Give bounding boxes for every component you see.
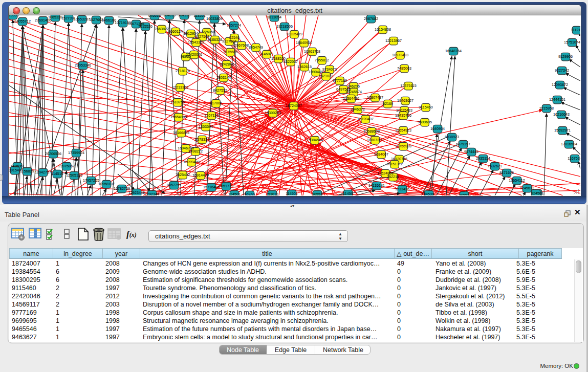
svg-text:9146821: 9146821: [259, 52, 274, 56]
svg-text:15751074: 15751074: [564, 40, 580, 45]
svg-text:16151312: 16151312: [386, 162, 403, 166]
svg-text:9242848: 9242848: [220, 62, 234, 67]
svg-text:1065328: 1065328: [48, 15, 62, 19]
svg-text:16120746: 16120746: [391, 157, 407, 161]
svg-text:9115460: 9115460: [419, 105, 432, 110]
svg-text:9474444: 9474444: [464, 149, 478, 154]
svg-text:10654112: 10654112: [509, 178, 525, 183]
svg-text:12226058: 12226058: [199, 30, 215, 34]
svg-text:9129906: 9129906: [558, 54, 573, 59]
svg-text:9734073: 9734073: [322, 67, 337, 72]
svg-text:16782759: 16782759: [114, 186, 130, 191]
svg-text:924501: 924501: [531, 191, 543, 195]
svg-text:12505135: 12505135: [66, 173, 82, 178]
svg-text:10973493: 10973493: [392, 53, 408, 57]
svg-text:6466160: 6466160: [102, 18, 116, 23]
svg-text:8578334: 8578334: [195, 137, 209, 142]
svg-text:964616: 964616: [163, 15, 176, 17]
svg-text:2718176: 2718176: [176, 69, 190, 73]
svg-text:8660124: 8660124: [168, 29, 183, 34]
svg-text:13435756: 13435756: [395, 113, 411, 118]
svg-text:9227342: 9227342: [555, 68, 569, 73]
svg-text:9684067: 9684067: [374, 152, 388, 157]
svg-text:1167534: 1167534: [568, 156, 580, 161]
svg-text:7485063: 7485063: [397, 66, 411, 71]
svg-text:2087682: 2087682: [364, 16, 378, 21]
svg-text:62160: 62160: [383, 101, 393, 106]
svg-text:1353594: 1353594: [199, 124, 213, 129]
svg-text:19654923: 19654923: [395, 128, 411, 133]
svg-text:11450: 11450: [343, 191, 353, 195]
svg-text:7663822: 7663822: [155, 27, 169, 31]
svg-text:9327502: 9327502: [195, 34, 209, 39]
svg-text:98965: 98965: [181, 54, 191, 59]
svg-text:18724007: 18724007: [286, 103, 302, 108]
svg-text:19654985: 19654985: [170, 115, 187, 119]
svg-text:2803144: 2803144: [216, 75, 231, 80]
svg-text:12923446: 12923446: [128, 190, 145, 195]
svg-text:7357274: 7357274: [227, 23, 241, 28]
svg-text:18245574: 18245574: [345, 90, 362, 94]
svg-text:15692971: 15692971: [554, 128, 571, 133]
svg-text:18640910: 18640910: [296, 40, 312, 45]
svg-text:3215958: 3215958: [539, 106, 554, 111]
svg-text:119055: 119055: [9, 15, 19, 17]
svg-text:1733426: 1733426: [395, 187, 409, 191]
svg-text:16033809: 16033809: [206, 16, 223, 21]
svg-text:16543362: 16543362: [188, 40, 204, 45]
svg-text:252214: 252214: [387, 174, 399, 179]
svg-text:16648764: 16648764: [445, 49, 462, 53]
svg-text:12325419: 12325419: [286, 32, 302, 36]
svg-text:9851779: 9851779: [219, 184, 233, 188]
svg-text:1292344: 1292344: [145, 192, 159, 195]
svg-text:15720407: 15720407: [357, 117, 374, 121]
svg-text:7625402: 7625402: [176, 172, 190, 177]
svg-text:8186328: 8186328: [208, 37, 222, 42]
svg-text:16099489: 16099489: [183, 160, 200, 164]
svg-text:10807487: 10807487: [367, 95, 383, 100]
svg-text:12213967: 12213967: [385, 38, 402, 43]
svg-text:21364436: 21364436: [343, 96, 359, 101]
svg-text:10958107: 10958107: [98, 182, 115, 186]
svg-text:17016504: 17016504: [561, 142, 577, 146]
svg-text:3267110: 3267110: [204, 113, 218, 118]
svg-text:84530: 84530: [424, 192, 434, 195]
svg-text:12942737: 12942737: [35, 170, 51, 174]
svg-text:19166825: 19166825: [173, 130, 189, 135]
svg-text:10025433: 10025433: [396, 108, 412, 113]
svg-text:417006: 417006: [210, 101, 222, 105]
svg-text:10688609: 10688609: [363, 129, 380, 134]
svg-text:23975867: 23975867: [58, 164, 75, 168]
svg-text:19218506: 19218506: [276, 24, 293, 29]
svg-text:104190: 104190: [178, 15, 190, 17]
svg-text:114501: 114501: [286, 191, 297, 195]
svg-text:7955812: 7955812: [315, 58, 329, 62]
svg-text:8427552: 8427552: [213, 88, 227, 93]
svg-text:1640954: 1640954: [430, 126, 445, 131]
svg-text:15716485: 15716485: [203, 185, 220, 189]
svg-text:12444151: 12444151: [549, 97, 565, 102]
svg-text:12375115: 12375115: [400, 83, 416, 88]
svg-text:124501: 124501: [228, 192, 241, 195]
svg-text:2935114: 2935114: [476, 156, 490, 161]
svg-text:153012: 153012: [266, 192, 278, 195]
svg-text:17957255: 17957255: [83, 178, 99, 183]
svg-text:1527602: 1527602: [89, 17, 103, 22]
svg-text:9857791: 9857791: [167, 183, 181, 187]
svg-text:1621022: 1621022: [319, 74, 333, 78]
svg-text:114519: 114519: [51, 171, 63, 176]
svg-text:17359924: 17359924: [68, 150, 84, 155]
svg-text:8454749: 8454749: [249, 45, 263, 50]
svg-text:18300293: 18300293: [265, 111, 281, 115]
svg-text:19463627: 19463627: [397, 98, 413, 103]
svg-text:8322037: 8322037: [284, 59, 298, 64]
svg-text:10653287: 10653287: [74, 17, 90, 21]
svg-text:3498222: 3498222: [188, 149, 203, 154]
svg-text:1156829: 1156829: [20, 169, 34, 173]
svg-text:7515526: 7515526: [138, 24, 153, 29]
svg-text:8813054: 8813054: [267, 15, 281, 19]
svg-text:19756928: 19756928: [395, 144, 411, 148]
svg-text:16914479: 16914479: [192, 173, 209, 178]
svg-text:7632621: 7632621: [488, 164, 502, 168]
svg-text:8938923: 8938923: [445, 135, 459, 139]
